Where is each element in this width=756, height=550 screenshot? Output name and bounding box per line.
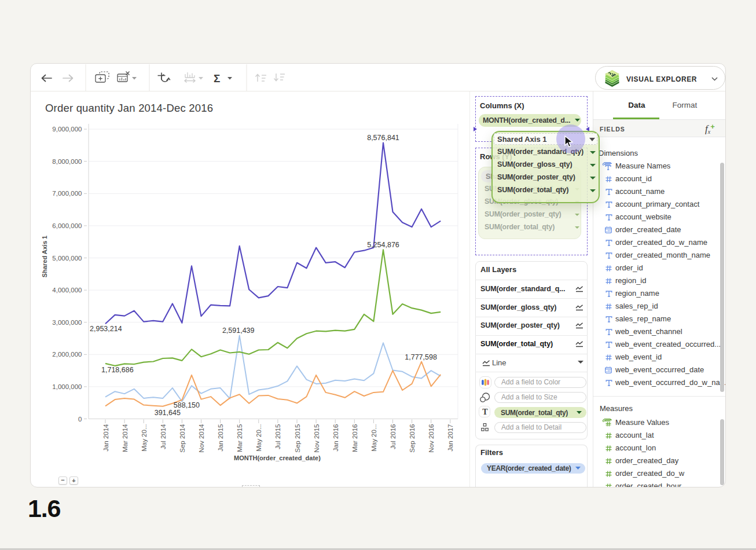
svg-text:May 20...: May 20... (370, 424, 377, 452)
svg-text:MONTH(order_created_date): MONTH(order_created_date) (234, 454, 321, 461)
svg-text:Sep 2014: Sep 2014 (179, 424, 186, 453)
svg-text:391,645: 391,645 (155, 409, 181, 417)
svg-text:Mar 2015: Mar 2015 (236, 424, 243, 453)
svg-text:5,254,876: 5,254,876 (367, 241, 399, 249)
svg-text:Sep 2015: Sep 2015 (294, 424, 301, 453)
svg-text:2,000,000: 2,000,000 (52, 351, 82, 358)
svg-text:4,000,000: 4,000,000 (52, 287, 82, 294)
svg-text:1,777,598: 1,777,598 (405, 353, 437, 361)
svg-text:7,000,000: 7,000,000 (52, 190, 82, 197)
svg-text:Jan 2015: Jan 2015 (217, 424, 224, 452)
svg-text:May 20...: May 20... (141, 424, 148, 452)
svg-text:Mar 2014: Mar 2014 (122, 424, 129, 452)
svg-text:2,591,439: 2,591,439 (222, 327, 255, 335)
svg-text:Nov 2014: Nov 2014 (198, 424, 205, 453)
svg-text:0: 0 (78, 416, 82, 423)
svg-text:Sep 2016: Sep 2016 (409, 424, 416, 453)
svg-text:Jul 2016: Jul 2016 (390, 424, 397, 449)
svg-text:Jul 2015: Jul 2015 (274, 424, 281, 449)
svg-text:8,000,000: 8,000,000 (52, 158, 82, 165)
svg-text:Nov 2015: Nov 2015 (313, 424, 320, 453)
svg-text:Σ: Σ (214, 72, 220, 85)
svg-text:Nov 2016: Nov 2016 (428, 424, 435, 453)
svg-text:1,718,686: 1,718,686 (101, 366, 134, 374)
svg-text:Jan 2017: Jan 2017 (447, 424, 454, 452)
svg-text:May 20...: May 20... (255, 424, 262, 452)
svg-text:Shared Axis 1: Shared Axis 1 (41, 236, 48, 277)
svg-text:1,000,000: 1,000,000 (52, 383, 82, 390)
svg-text:3,000,000: 3,000,000 (52, 319, 82, 326)
svg-text:Mar 2016: Mar 2016 (351, 424, 358, 453)
svg-text:6,000,000: 6,000,000 (52, 222, 82, 229)
svg-text:8,576,841: 8,576,841 (367, 134, 399, 142)
svg-text:Jul 2014: Jul 2014 (160, 424, 167, 449)
svg-text:2,953,214: 2,953,214 (90, 325, 122, 333)
svg-text:588,150: 588,150 (174, 401, 200, 409)
svg-text:Jan 2014: Jan 2014 (102, 424, 109, 452)
svg-text:5,000,000: 5,000,000 (52, 255, 82, 262)
svg-text:9,000,000: 9,000,000 (52, 126, 82, 133)
svg-text:Jan 2016: Jan 2016 (332, 424, 339, 452)
